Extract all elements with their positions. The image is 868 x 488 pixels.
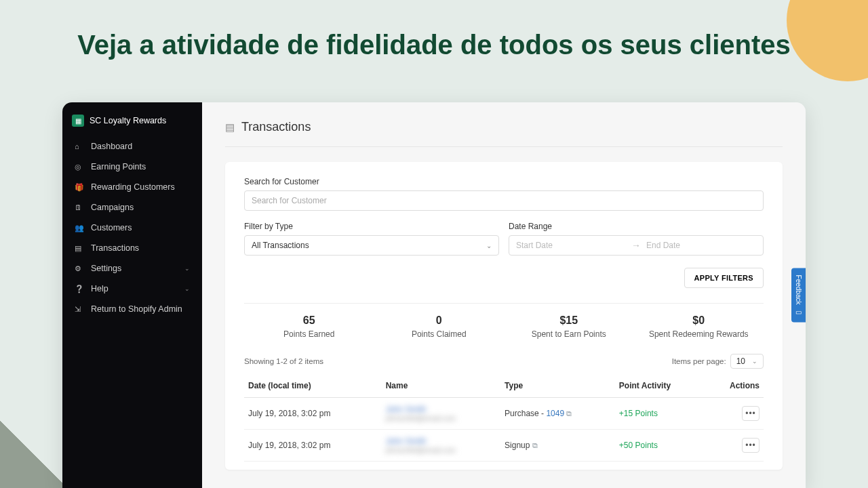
sidebar-item-label: Dashboard bbox=[91, 142, 132, 151]
cell-activity: +15 Points bbox=[615, 398, 706, 430]
search-label: Search for Customer bbox=[244, 177, 764, 186]
calendar-icon: 🗓 bbox=[75, 203, 84, 211]
items-per-page-label: Items per page: bbox=[672, 357, 726, 365]
sidebar: ▦ SC Loyalty Rewards ⌂Dashboard ◎Earning… bbox=[62, 102, 202, 488]
home-icon: ⌂ bbox=[75, 142, 84, 150]
target-icon: ◎ bbox=[75, 163, 84, 171]
chat-icon: ▭ bbox=[795, 308, 802, 316]
feedback-tab[interactable]: Feedback ▭ bbox=[791, 268, 806, 323]
filter-type-value: All Transactions bbox=[252, 241, 309, 250]
sidebar-item-transactions[interactable]: ▤Transactions bbox=[62, 238, 202, 258]
transactions-table: Date (local time) Name Type Point Activi… bbox=[244, 374, 764, 462]
row-actions-menu[interactable]: ••• bbox=[742, 438, 760, 453]
sidebar-item-help[interactable]: ❔Help⌄ bbox=[62, 279, 202, 299]
stats: 65Points Earned 0Points Claimed $15Spent… bbox=[244, 303, 764, 354]
copy-icon[interactable]: ⧉ bbox=[564, 409, 572, 418]
sidebar-item-label: Transactions bbox=[91, 243, 139, 253]
chevron-down-icon: ⌄ bbox=[752, 358, 757, 365]
app-window: ▦ SC Loyalty Rewards ⌂Dashboard ◎Earning… bbox=[62, 102, 806, 488]
stat-spent-redeem: $0Spent Redeeming Rewards bbox=[634, 314, 764, 339]
cell-name: John Smith johnsmith@email.com bbox=[382, 430, 500, 462]
brand-icon: ▦ bbox=[72, 115, 84, 127]
brand-name: SC Loyalty Rewards bbox=[90, 116, 166, 125]
receipt-icon: ▤ bbox=[75, 244, 84, 253]
decor-circle bbox=[787, 0, 868, 81]
sidebar-item-settings[interactable]: ⚙Settings⌄ bbox=[62, 258, 202, 279]
cell-name: John Smith johnsmith@email.com bbox=[382, 398, 500, 430]
gift-icon: 🎁 bbox=[75, 183, 84, 192]
page-title-text: Transactions bbox=[241, 120, 311, 134]
filter-type-label: Filter by Type bbox=[244, 222, 499, 231]
table-row: July 19, 2018, 3:02 pm John Smith johnsm… bbox=[244, 398, 764, 430]
people-icon: 👥 bbox=[75, 224, 84, 232]
cell-date: July 19, 2018, 3:02 pm bbox=[244, 430, 382, 462]
col-name: Name bbox=[382, 374, 500, 398]
apply-filters-button[interactable]: APPLY FILTERS bbox=[684, 268, 764, 288]
search-input[interactable] bbox=[244, 190, 764, 211]
brand: ▦ SC Loyalty Rewards bbox=[62, 115, 202, 136]
sidebar-item-label: Help bbox=[91, 284, 108, 293]
main-content: ▤ Transactions Search for Customer Filte… bbox=[202, 102, 806, 488]
sidebar-item-label: Return to Shopify Admin bbox=[91, 304, 182, 314]
sidebar-item-label: Rewarding Customers bbox=[91, 182, 175, 192]
sidebar-item-label: Customers bbox=[91, 223, 132, 232]
sidebar-item-label: Earning Points bbox=[91, 162, 146, 171]
sidebar-item-rewarding-customers[interactable]: 🎁Rewarding Customers bbox=[62, 177, 202, 197]
cell-type: Signup ⧉ bbox=[500, 430, 615, 462]
chevron-down-icon: ⌄ bbox=[184, 265, 190, 272]
table-row: July 19, 2018, 3:02 pm John Smith johnsm… bbox=[244, 430, 764, 462]
col-activity: Point Activity bbox=[615, 374, 706, 398]
panel: Search for Customer Filter by Type All T… bbox=[225, 162, 783, 470]
sidebar-item-return-shopify[interactable]: ⇲Return to Shopify Admin bbox=[62, 299, 202, 319]
items-per-page-select[interactable]: 10 ⌄ bbox=[730, 354, 764, 369]
sidebar-item-campaigns[interactable]: 🗓Campaigns bbox=[62, 197, 202, 218]
order-link[interactable]: 1049 bbox=[546, 409, 564, 418]
sidebar-item-dashboard[interactable]: ⌂Dashboard bbox=[62, 136, 202, 157]
cell-type: Purchase - 1049 ⧉ bbox=[500, 398, 615, 430]
sidebar-item-label: Settings bbox=[91, 264, 121, 273]
row-actions-menu[interactable]: ••• bbox=[742, 406, 760, 421]
start-date-input[interactable] bbox=[516, 241, 626, 250]
cell-activity: +50 Points bbox=[615, 430, 706, 462]
receipt-icon: ▤ bbox=[225, 121, 235, 134]
copy-icon[interactable]: ⧉ bbox=[532, 441, 538, 449]
sidebar-item-customers[interactable]: 👥Customers bbox=[62, 218, 202, 238]
end-date-input[interactable] bbox=[646, 241, 756, 250]
col-actions: Actions bbox=[706, 374, 764, 398]
chevron-down-icon: ⌄ bbox=[486, 242, 492, 249]
cell-date: July 19, 2018, 3:02 pm bbox=[244, 398, 382, 430]
shop-icon: ⇲ bbox=[75, 305, 84, 314]
page-title: ▤ Transactions bbox=[225, 120, 783, 147]
question-icon: ❔ bbox=[75, 285, 84, 293]
date-range-label: Date Range bbox=[509, 222, 764, 231]
chevron-down-icon: ⌄ bbox=[184, 285, 190, 292]
stat-spent-earn: $15Spent to Earn Points bbox=[504, 314, 634, 339]
gear-icon: ⚙ bbox=[75, 264, 84, 273]
sidebar-item-label: Campaigns bbox=[91, 203, 134, 212]
hero-heading: Veja a atividade de fidelidade de todos … bbox=[0, 0, 868, 60]
pager: Showing 1-2 of 2 items Items per page: 1… bbox=[244, 354, 764, 369]
arrow-right-icon: → bbox=[631, 240, 641, 251]
showing-text: Showing 1-2 of 2 items bbox=[244, 357, 323, 365]
feedback-label: Feedback bbox=[795, 274, 802, 304]
date-range-picker[interactable]: → bbox=[509, 235, 764, 256]
col-type: Type bbox=[500, 374, 615, 398]
sidebar-item-earning-points[interactable]: ◎Earning Points bbox=[62, 157, 202, 177]
col-date: Date (local time) bbox=[244, 374, 382, 398]
stat-points-claimed: 0Points Claimed bbox=[374, 314, 505, 339]
filter-type-select[interactable]: All Transactions ⌄ bbox=[244, 235, 499, 256]
stat-points-earned: 65Points Earned bbox=[244, 314, 374, 339]
